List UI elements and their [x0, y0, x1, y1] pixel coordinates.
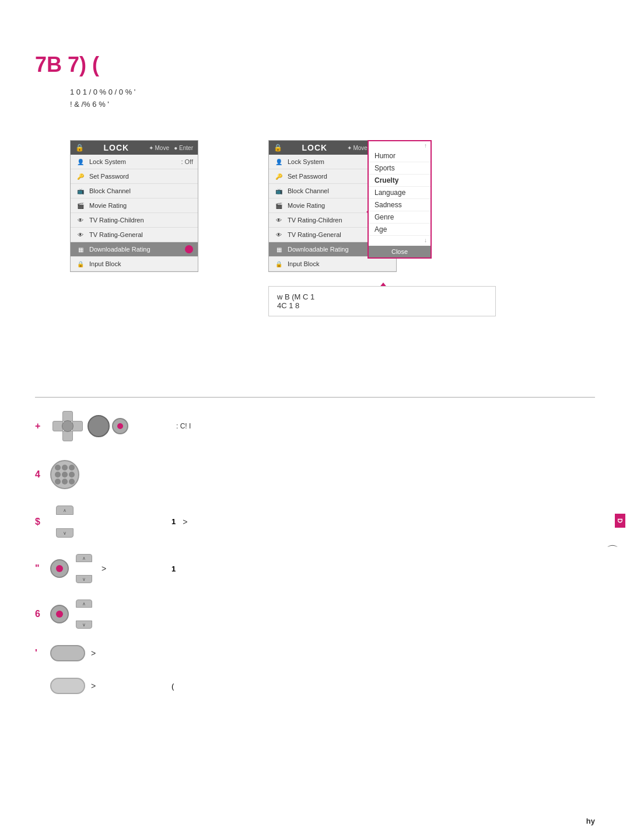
- info-line2: 4C 1 8: [277, 301, 487, 310]
- step-label-4: 4: [35, 469, 47, 480]
- numpad-btn-1[interactable]: [55, 465, 61, 470]
- lock-icon-left: 🔒: [75, 144, 84, 152]
- step-label-plus: +: [35, 421, 47, 431]
- page-number: hy: [586, 817, 595, 825]
- dropdown-popup: ↑ Humor Sports Cruelty Language Sadness …: [368, 140, 432, 259]
- dropdown-scroll-hint-top: ↑: [369, 141, 430, 150]
- dropdown-scroll-hint-bottom: ↓: [369, 236, 430, 245]
- btn-group-quote: ∧ ∨ >: [50, 554, 167, 583]
- lock-item-block-channel-left[interactable]: 📺 Block Channel: [71, 184, 198, 198]
- ok-circle-quote[interactable]: [50, 559, 69, 578]
- step-desc-blank: (: [172, 682, 174, 691]
- ok-circle-6[interactable]: [50, 605, 69, 623]
- numpad-btn-6[interactable]: [69, 472, 75, 477]
- up-btn[interactable]: ∧: [56, 506, 74, 515]
- btn-group-plus: [50, 409, 167, 444]
- lock-item-downloadable-left[interactable]: ▦ Downloadable Rating: [71, 242, 198, 257]
- ok-dot-6: [56, 611, 63, 618]
- lock2-icon: 🔒: [75, 259, 86, 269]
- step-desc-dollar-num: 1: [172, 517, 176, 526]
- remote-step-4: 4: [35, 460, 589, 489]
- btn-group-blank: >: [50, 678, 167, 694]
- arrow-apostrophe: >: [91, 649, 96, 658]
- remote-step-dollar: $ ∧ ∨ 1 >: [35, 506, 589, 538]
- lock-item-movie-rating-left[interactable]: 🎬 Movie Rating: [71, 198, 198, 213]
- grid-icon: ▦: [75, 244, 86, 255]
- down-btn-6[interactable]: ∨: [76, 621, 92, 629]
- dropdown-item-humor[interactable]: Humor: [369, 150, 430, 162]
- btn-ok-plus[interactable]: [112, 418, 128, 434]
- lock-item-lock-system-left[interactable]: 👤 Lock System : Off: [71, 155, 198, 169]
- lock-panel-right-title: LOCK: [302, 143, 328, 152]
- dropdown-item-language[interactable]: Language: [369, 187, 430, 199]
- numpad-btn-2[interactable]: [62, 465, 68, 470]
- section-divider: [35, 397, 595, 398]
- dropdown-item-cruelty[interactable]: Cruelty: [369, 175, 430, 187]
- lock-panel-left-header: 🔒 LOCK ✦ Move ● Enter: [71, 141, 198, 155]
- info-line1: w B (M C 1: [277, 292, 487, 301]
- numpad-btn-5[interactable]: [62, 472, 68, 477]
- numpad-btn-9[interactable]: [69, 479, 75, 485]
- dpad-right[interactable]: [72, 421, 83, 431]
- updown-combo[interactable]: ∧ ∨: [50, 506, 79, 538]
- dpad-down[interactable]: [62, 431, 73, 441]
- step-label-apostrophe: ': [35, 648, 47, 658]
- lock3-icon: 🔒: [274, 259, 284, 269]
- numpad-btn-4[interactable]: [55, 472, 61, 477]
- person2-icon: 👤: [274, 156, 284, 167]
- updown-quote[interactable]: ∧ ∨: [72, 554, 96, 583]
- film2-icon: 🎬: [274, 200, 284, 211]
- btn-circle-plus[interactable]: [88, 415, 110, 437]
- eye2-icon: 👁: [75, 229, 86, 240]
- dpad-center[interactable]: [62, 420, 74, 432]
- btn-group-6: ∧ ∨: [50, 599, 167, 629]
- arrow-blank: >: [91, 681, 96, 691]
- oval-blank[interactable]: [50, 678, 85, 694]
- remote-step-plus: + : C! I: [35, 409, 589, 444]
- page-title: 7B 7) (: [35, 53, 99, 77]
- numpad-outer[interactable]: [50, 460, 79, 489]
- updown-6[interactable]: ∧ ∨: [72, 599, 96, 629]
- eye3-icon: 👁: [274, 215, 284, 225]
- subtitle-line1: 1 0 1 / 0 % 0 / 0 % ': [70, 86, 135, 99]
- remote-step-6: 6 ∧ ∨: [35, 599, 589, 629]
- tv-icon: 📺: [75, 186, 86, 196]
- dropdown-item-age[interactable]: Age: [369, 224, 430, 236]
- down-btn[interactable]: ∨: [56, 528, 74, 538]
- sidebar-arc: ⌒: [607, 543, 618, 559]
- numpad-btn-3[interactable]: [69, 465, 75, 470]
- dpad-plus[interactable]: [50, 409, 85, 444]
- info-box: w B (M C 1 4C 1 8: [268, 286, 496, 316]
- up-btn-6[interactable]: ∧: [76, 599, 92, 608]
- dropdown-close-button[interactable]: Close: [369, 246, 430, 257]
- step-label-quote: ": [35, 563, 47, 574]
- step-desc-quote: 1: [172, 564, 176, 573]
- down-btn-quote[interactable]: ∨: [76, 575, 92, 583]
- numpad-btn-8[interactable]: [62, 479, 68, 485]
- dropdown-item-genre[interactable]: Genre: [369, 211, 430, 224]
- key2-icon: 🔑: [274, 171, 284, 182]
- arrow-dollar: >: [183, 517, 187, 527]
- numpad-btn-7[interactable]: [55, 479, 61, 485]
- btn-group-apostrophe: >: [50, 645, 167, 661]
- lock-item-input-block-right[interactable]: 🔒 Input Block: [269, 257, 396, 271]
- eye4-icon: 👁: [274, 229, 284, 240]
- dropdown-item-sadness[interactable]: Sadness: [369, 199, 430, 211]
- lock-item-input-block-left[interactable]: 🔒 Input Block: [71, 257, 198, 271]
- tv2-icon: 📺: [274, 186, 284, 196]
- grid2-icon: ▦: [274, 244, 284, 255]
- oval-apostrophe[interactable]: [50, 645, 85, 661]
- subtitle-line2: ! & /% 6 % ': [70, 99, 135, 111]
- dropdown-item-sports[interactable]: Sports: [369, 162, 430, 175]
- lock-icon-right: 🔒: [274, 144, 282, 152]
- lock-item-set-password-left[interactable]: 🔑 Set Password: [71, 169, 198, 184]
- lock-item-tv-general-left[interactable]: 👁 TV Rating-General: [71, 228, 198, 242]
- numpad-grid: [55, 465, 75, 485]
- remote-step-quote: " ∧ ∨ > 1: [35, 554, 589, 583]
- lock-item-tv-children-left[interactable]: 👁 TV Rating-Children: [71, 213, 198, 228]
- btn-group-4: [50, 460, 167, 489]
- btn-group-dollar: ∧ ∨: [50, 506, 167, 538]
- person-icon: 👤: [75, 156, 86, 167]
- up-btn-quote[interactable]: ∧: [76, 554, 92, 562]
- remote-steps-section: + : C! I 4: [35, 409, 589, 710]
